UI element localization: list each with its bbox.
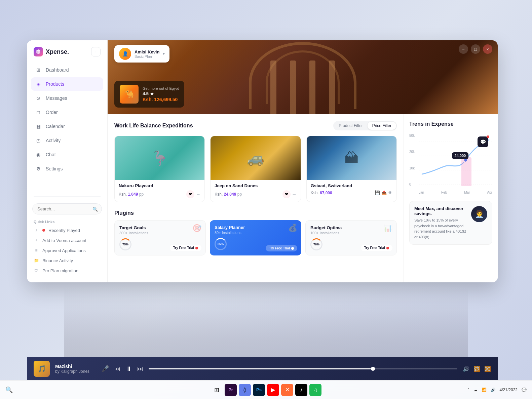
product-filter-tab[interactable]: Product Filter bbox=[334, 122, 367, 130]
music-player: 🎵 Mazishi by Kaligraph Jones 🎤 ⏮ ⏸ ⏭ 🔊 🔁… bbox=[27, 357, 498, 380]
taskbar-search-icon[interactable]: 🔍 bbox=[5, 386, 13, 394]
quick-link-recently-played[interactable]: ♪Recently Played bbox=[30, 225, 105, 235]
arrow-button[interactable]: → bbox=[292, 192, 297, 197]
app-window: Xpense. ← ⊞ Dashboard ◈ Products ⊙ Messa… bbox=[27, 40, 498, 282]
quick-link-binance[interactable]: 📁Binance Activity bbox=[30, 255, 105, 266]
quick-link-add-vooma[interactable]: +Add to Vooma account bbox=[30, 235, 105, 245]
quick-links-label: Quick Links bbox=[27, 217, 107, 225]
music-controls: 🎤 ⏮ ⏸ ⏭ bbox=[102, 365, 143, 372]
hero-user-card[interactable]: 👤 Amisi Kevin Basic Plan ▾ bbox=[114, 45, 169, 63]
budget-optima-try-button[interactable]: Try Free Trial bbox=[361, 245, 392, 251]
sidebar-item-products[interactable]: ◈ Products bbox=[31, 77, 103, 91]
add-vooma-label: Add to Vooma account bbox=[42, 238, 86, 243]
sidebar-item-order[interactable]: ◻ Order bbox=[31, 106, 103, 119]
sidebar-item-activity[interactable]: ◷ Activity bbox=[31, 134, 103, 147]
sidebar: Xpense. ← ⊞ Dashboard ◈ Products ⊙ Messa… bbox=[27, 40, 108, 282]
hero-product-thumbnail: 🐪 bbox=[120, 85, 139, 104]
minimize-button[interactable]: − bbox=[459, 44, 468, 54]
target-goals-icon: 🎯 bbox=[192, 224, 201, 233]
search-input[interactable] bbox=[32, 203, 102, 214]
arrow-button[interactable]: → bbox=[196, 192, 200, 197]
meet-max-avatar: 🧑‍💼 bbox=[471, 206, 487, 222]
target-goals-try-button[interactable]: Try Free Trial bbox=[170, 245, 201, 251]
notification-dot bbox=[42, 229, 45, 232]
nakuru-footer: Ksh. 1,049 pp ❤ → bbox=[119, 190, 200, 198]
cloud-icon[interactable]: ☁ bbox=[473, 388, 478, 392]
window-controls: − □ × bbox=[459, 44, 492, 54]
taskbar-app-windows[interactable]: ⊞ bbox=[211, 384, 223, 396]
chat-nav-label: Chat bbox=[46, 152, 56, 157]
hero-chevron-icon[interactable]: ▾ bbox=[163, 51, 165, 56]
products-nav-icon: ◈ bbox=[35, 81, 42, 87]
share-icon[interactable]: 📤 bbox=[381, 190, 387, 195]
taskbar-app-tiktok[interactable]: ♪ bbox=[295, 384, 307, 396]
content-area: Work Life Balance Expeditions Product Fi… bbox=[108, 114, 498, 282]
volume-icon[interactable]: 🔊 bbox=[463, 366, 469, 372]
repeat-icon[interactable]: 🔁 bbox=[473, 366, 480, 372]
sidebar-collapse-button[interactable]: ← bbox=[91, 47, 101, 56]
gstaad-footer: Ksh. 67,000 💾 📤 👁 bbox=[311, 190, 392, 195]
binance-icon: 📁 bbox=[34, 258, 39, 263]
sidebar-logo-area: Xpense. ← bbox=[27, 47, 107, 63]
taskbar: 🔍 ⊞Pr⟠Ps▶✕♪♫ ˄ ☁ 📶 🔊 4/21/2022 💬 bbox=[0, 380, 532, 399]
jeep-price: Ksh. 24,049 pp bbox=[215, 192, 242, 197]
meet-max-title: Meet Max, and discover savings. bbox=[414, 206, 468, 216]
nakuru-body: Nakuru Playcard Ksh. 1,049 pp ❤ → bbox=[115, 180, 204, 202]
hero-product-badge: Get more out of Egypt bbox=[143, 86, 179, 90]
taskbar-app-photoshop[interactable]: Ps bbox=[253, 384, 265, 396]
quick-link-pro-plan[interactable]: 🛡Pro Plan migration bbox=[30, 266, 105, 276]
taskbar-app-ethereum[interactable]: ⟠ bbox=[239, 384, 251, 396]
speaker-icon[interactable]: 🔊 bbox=[491, 388, 496, 392]
mic-button[interactable]: 🎤 bbox=[102, 365, 109, 372]
maximize-button[interactable]: □ bbox=[471, 44, 480, 54]
chart-x-label: Mar bbox=[464, 191, 470, 194]
taskbar-app-premiere[interactable]: Pr bbox=[225, 384, 237, 396]
save-icon[interactable]: 💾 bbox=[375, 190, 380, 195]
gstaad-price: Ksh. 67,000 bbox=[311, 191, 332, 195]
sidebar-item-calendar[interactable]: ▦ Calendar bbox=[31, 120, 103, 133]
music-progress-bar[interactable] bbox=[149, 368, 457, 369]
hero-product-info: Get more out of Egypt 4.5 ★ Ksh. 126,699… bbox=[143, 86, 179, 102]
chart-chat-bubble: 💬 bbox=[478, 136, 488, 147]
chart-x-label: Jan bbox=[419, 191, 424, 194]
pro-plan-label: Pro Plan migration bbox=[42, 268, 78, 273]
sidebar-divider bbox=[34, 196, 101, 197]
heart-button[interactable]: ❤ bbox=[282, 190, 291, 198]
quick-link-approved-apps[interactable]: ≡Approved Applications bbox=[30, 245, 105, 255]
shuffle-icon[interactable]: 🔀 bbox=[484, 366, 491, 372]
music-thumbnail: 🎵 bbox=[34, 361, 50, 377]
gstaad-body: Gstaad, Switzerland Ksh. 67,000 💾 📤 👁 bbox=[307, 180, 396, 199]
salary-planner-try-button[interactable]: Try Free Trial bbox=[266, 245, 297, 251]
sidebar-item-dashboard[interactable]: ⊞ Dashboard bbox=[31, 63, 103, 77]
close-button[interactable]: × bbox=[483, 44, 492, 54]
sidebar-item-settings[interactable]: ⚙ Settings bbox=[31, 162, 103, 175]
taskbar-app-youtube[interactable]: ▶ bbox=[267, 384, 279, 396]
products-nav-label: Products bbox=[46, 81, 64, 87]
jeep-footer: Ksh. 24,049 pp ❤ → bbox=[215, 190, 296, 198]
hero-banner: − □ × 👤 Amisi Kevin Basic Plan ▾ 🐪 Get m… bbox=[108, 40, 498, 114]
system-tray-arrow[interactable]: ˄ bbox=[467, 388, 469, 392]
product-card-jeep[interactable]: 🚙 Jeep on Sand Dunes Ksh. 24,049 pp ❤ → bbox=[210, 136, 301, 202]
salary-planner-progress-circle: 65% bbox=[215, 238, 227, 250]
datetime-display: 4/21/2022 bbox=[500, 388, 518, 392]
price-filter-tab[interactable]: Price Filter bbox=[368, 122, 396, 130]
next-button[interactable]: ⏭ bbox=[137, 365, 143, 372]
heart-button[interactable]: ❤ bbox=[186, 190, 194, 198]
taskbar-app-xpense-app[interactable]: ✕ bbox=[281, 384, 293, 396]
notification-icon[interactable]: 💬 bbox=[522, 388, 527, 392]
wifi-icon[interactable]: 📶 bbox=[482, 388, 487, 392]
hero-avatar: 👤 bbox=[119, 48, 131, 60]
products-section-header: Work Life Balance Expeditions Product Fi… bbox=[114, 121, 397, 130]
view-icon[interactable]: 👁 bbox=[388, 190, 392, 195]
taskbar-app-spotify[interactable]: ♫ bbox=[309, 384, 321, 396]
plugin-card-budget-optima[interactable]: 📊 Budget Optima 100+ Installations 78% T… bbox=[305, 220, 397, 255]
sidebar-item-chat[interactable]: ◉ Chat bbox=[31, 148, 103, 161]
plugin-card-salary-planner[interactable]: 💰 Salary Planner 80+ Installations 65% T… bbox=[210, 220, 301, 255]
plugin-card-target-goals[interactable]: 🎯 Target Goals 300+ Installations 75% Tr… bbox=[114, 220, 206, 255]
prev-button[interactable]: ⏮ bbox=[114, 365, 120, 372]
sidebar-item-messages[interactable]: ⊙ Messages bbox=[31, 91, 103, 105]
music-right-controls: 🔊 🔁 🔀 bbox=[463, 366, 491, 372]
product-card-nakuru[interactable]: 🦩 Nakuru Playcard Ksh. 1,049 pp ❤ → bbox=[114, 136, 205, 202]
pause-button[interactable]: ⏸ bbox=[126, 365, 132, 372]
product-card-gstaad[interactable]: 🏔 Gstaad, Switzerland Ksh. 67,000 💾 📤 👁 bbox=[306, 136, 397, 202]
